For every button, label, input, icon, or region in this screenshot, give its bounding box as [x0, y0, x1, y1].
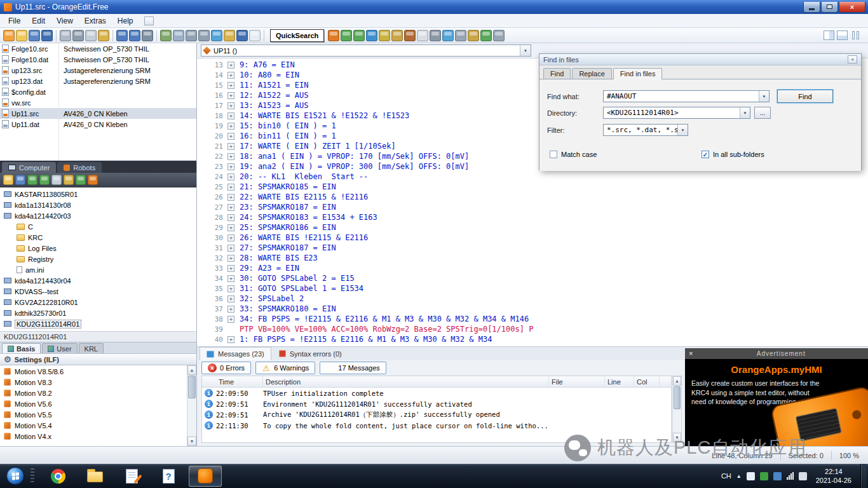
taskbar-clock[interactable]: 22:14 2021-04-26: [812, 467, 855, 485]
fold-toggle-icon[interactable]: [227, 123, 234, 130]
tab-robots[interactable]: Robots: [57, 162, 102, 173]
file-list-row[interactable]: up123.src Justagereferenzierung SRM: [0, 65, 196, 76]
match-case-checkbox[interactable]: [550, 151, 557, 158]
fold-toggle-icon[interactable]: [227, 295, 234, 302]
hidden-icons-arrow[interactable]: ▲: [736, 473, 742, 479]
column-time[interactable]: Time: [202, 376, 263, 387]
code-line[interactable]: 35 31: GOTO SPSLabel 1 = E1534: [197, 283, 868, 294]
layout-horizontal-icon[interactable]: [837, 30, 848, 40]
outline-view-icon[interactable]: [160, 30, 172, 41]
code-line[interactable]: 39 PTP VB=100% VE=100% ACC=100% RobWzg=2…: [197, 324, 868, 334]
chart-icon[interactable]: [480, 30, 492, 41]
message-row[interactable]: 22:09:51 Environment 'KDU2G1112014R01' s…: [202, 398, 671, 409]
save-env-icon[interactable]: [15, 175, 25, 185]
catalog-tab[interactable]: KRL: [79, 343, 104, 353]
fold-toggle-icon[interactable]: [227, 245, 234, 252]
procedure-dropdown[interactable]: UP11 (): [201, 44, 531, 57]
fold-toggle-icon[interactable]: [227, 92, 234, 99]
filter-input[interactable]: *.src, *.dat, *.sub: [603, 124, 688, 136]
fold-toggle-icon[interactable]: [227, 194, 234, 201]
compare-icon[interactable]: [379, 30, 390, 41]
open-env-icon[interactable]: [3, 175, 13, 185]
file-list-row[interactable]: Folge10.dat Schweissen OP_5730 THIL: [0, 54, 196, 65]
close-icon[interactable]: ×: [689, 350, 693, 357]
quicksearch-button[interactable]: QuickSearch: [270, 29, 324, 42]
taskbar-help[interactable]: [152, 466, 185, 487]
import-icon[interactable]: [27, 175, 37, 185]
save-all-icon[interactable]: [41, 30, 53, 41]
scroll-up-icon[interactable]: ▲: [673, 376, 681, 386]
code-line[interactable]: 32 28: WARTE BIS E23: [197, 253, 868, 263]
motion-preset-item[interactable]: Motion V8.5/8.6: [0, 366, 196, 377]
motion-scrollbar[interactable]: ▲ ▼: [187, 365, 196, 446]
code-line[interactable]: 37 33: SPSMAKRO180 = EIN: [197, 304, 868, 314]
archive-icon[interactable]: [391, 30, 403, 41]
undo-icon[interactable]: [116, 30, 128, 41]
paste-env-icon[interactable]: [64, 175, 74, 185]
fold-toggle-icon[interactable]: [227, 234, 234, 241]
menu-item[interactable]: View: [51, 15, 79, 27]
indent-guide-icon[interactable]: [173, 30, 184, 41]
upload-icon[interactable]: [353, 30, 365, 41]
message-filter-button[interactable]: 17 Messages: [320, 362, 386, 374]
fold-toggle-icon[interactable]: [227, 62, 234, 69]
motion-preset-item[interactable]: Motion V5.5: [0, 409, 196, 420]
code-line[interactable]: 33 29: A23 = EIN: [197, 263, 868, 273]
message-filter-button[interactable]: 6 Warnings: [255, 362, 315, 374]
find-what-input[interactable]: #ANAOUT: [603, 90, 770, 102]
file-list-row[interactable]: Folge10.src Schweissen OP_5730 THIL: [0, 43, 196, 54]
save-icon[interactable]: [29, 30, 40, 41]
code-line[interactable]: 34 30: GOTO SPSLabel 2 = E15: [197, 273, 868, 283]
dialog-title-bar[interactable]: Find in files ×: [539, 54, 861, 65]
copy-env-icon[interactable]: [51, 175, 62, 185]
tree-item[interactable]: kda1a1314130r08: [0, 200, 196, 210]
fold-toggle-icon[interactable]: [227, 102, 234, 109]
fold-toggle-icon[interactable]: [227, 255, 234, 262]
scroll-up-icon[interactable]: ▲: [187, 365, 196, 375]
advertisement-body[interactable]: OrangeApps.myHMI Easily create custom us…: [685, 359, 868, 446]
browse-button[interactable]: ...: [754, 107, 771, 119]
message-row[interactable]: 22:09:50 TPUser initialization complete: [202, 388, 671, 398]
bookmark-icon[interactable]: [211, 30, 222, 41]
safety-tray-icon[interactable]: [760, 472, 768, 480]
motion-preset-item[interactable]: Motion V8.3: [0, 377, 196, 388]
tree-item[interactable]: kda4a1214430r04: [0, 275, 196, 286]
menu-item[interactable]: File: [3, 15, 26, 27]
fold-toggle-icon[interactable]: [227, 285, 234, 292]
code-line[interactable]: 38 34: FB PSPS = !E2115 & E2116 & M1 & M…: [197, 314, 868, 324]
motion-preset-item[interactable]: Motion V4.x: [0, 431, 196, 442]
open-folder-icon[interactable]: [16, 30, 27, 41]
unfold-all-icon[interactable]: [198, 30, 210, 41]
paste-icon[interactable]: [98, 30, 109, 41]
tab-computer[interactable]: Computer: [2, 162, 56, 173]
message-row[interactable]: 22:11:30 To copy the whole fold content,…: [202, 420, 671, 431]
messages-tab[interactable]: Syntax errors (0): [273, 347, 348, 360]
language-indicator[interactable]: CH: [721, 472, 731, 480]
fold-toggle-icon[interactable]: [227, 204, 234, 211]
fold-toggle-icon[interactable]: [227, 316, 234, 323]
taskbar-chrome[interactable]: [41, 466, 74, 487]
mail-icon[interactable]: [417, 30, 428, 41]
start-button[interactable]: [6, 467, 24, 485]
chevron-down-icon[interactable]: [759, 91, 769, 102]
tree-item[interactable]: KGV2A2122810R01: [0, 297, 196, 308]
dialog-close-icon[interactable]: ×: [848, 55, 857, 64]
code-line[interactable]: 40 1: FB PSPS = !E2115 & E2116 & M1 & M3…: [197, 334, 868, 344]
redo-icon[interactable]: [129, 30, 140, 41]
column-file[interactable]: File: [549, 376, 605, 387]
tree-item[interactable]: kdthik325730r01: [0, 308, 196, 318]
taskbar-orangeedit[interactable]: [189, 466, 222, 487]
fold-toggle-icon[interactable]: [227, 72, 234, 79]
key-icon[interactable]: [468, 30, 479, 41]
chevron-down-icon[interactable]: [677, 125, 688, 135]
monitor-icon[interactable]: [236, 30, 248, 41]
message-row[interactable]: 22:09:51 Archive 'KDU2G1112014R01（下部涂胶）.…: [202, 409, 671, 420]
motion-preset-item[interactable]: Motion V5.4: [0, 420, 196, 431]
messages-tab[interactable]: Messages (23): [200, 347, 271, 360]
package-icon[interactable]: [404, 30, 416, 41]
menu-item[interactable]: Edit: [26, 15, 51, 27]
fold-toggle-icon[interactable]: [227, 133, 234, 140]
tree-item[interactable]: kda4a1214420r03: [0, 210, 196, 221]
fold-toggle-icon[interactable]: [227, 143, 234, 150]
globe-icon[interactable]: [366, 30, 377, 41]
